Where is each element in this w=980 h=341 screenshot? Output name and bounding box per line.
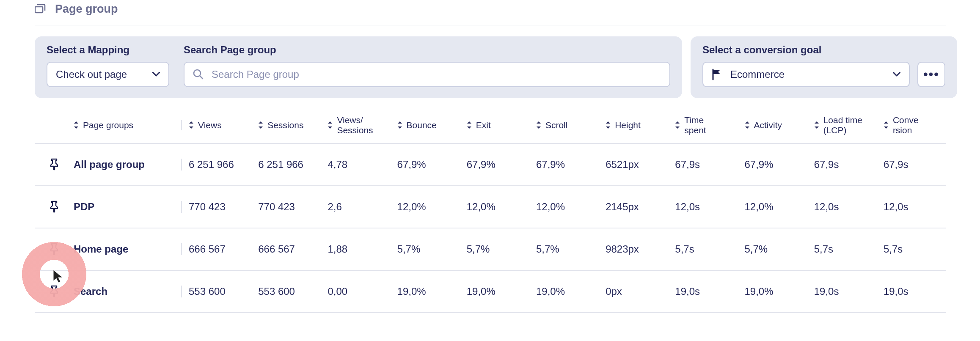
cell-exit: 12,0% [460, 201, 529, 213]
filters: Select a Mapping Check out page Search P… [35, 36, 946, 98]
header-exit[interactable]: Exit [460, 120, 529, 130]
pin-button[interactable] [35, 158, 74, 171]
cell-load_time: 19,0s [807, 286, 877, 297]
cell-height: 0px [599, 286, 668, 297]
cell-views_sess: 0,00 [321, 286, 390, 297]
header-activity[interactable]: Activity [738, 120, 807, 130]
cell-load_time: 12,0s [807, 201, 877, 213]
cell-exit: 67,9% [460, 159, 529, 170]
pin-icon [49, 285, 59, 298]
cell-sessions: 6 251 966 [251, 159, 321, 170]
cell-activity: 5,7% [738, 243, 807, 255]
pin-button[interactable] [35, 201, 74, 213]
cell-conversion: 19,0s [877, 286, 946, 297]
cell-sessions: 666 567 [251, 243, 321, 255]
cell-views_sess: 2,6 [321, 201, 390, 213]
chevron-down-icon [893, 72, 900, 77]
pin-button[interactable] [35, 285, 74, 298]
header-time-spent[interactable]: Time spent [668, 115, 738, 135]
page-title-row: Page group [35, 0, 946, 25]
cell-exit: 19,0% [460, 286, 529, 297]
cell-time_spent: 19,0s [668, 286, 738, 297]
search-input[interactable] [211, 68, 661, 81]
cell-views: 770 423 [182, 201, 251, 213]
sort-icon [397, 121, 402, 129]
cell-bounce: 5,7% [391, 243, 460, 255]
filters-left-panel: Select a Mapping Check out page Search P… [35, 36, 682, 98]
header-conversion[interactable]: Conve rsion [877, 115, 946, 135]
cell-activity: 67,9% [738, 159, 807, 170]
header-views[interactable]: Views [182, 120, 251, 130]
sort-icon [328, 121, 333, 129]
row-name[interactable]: Home page [74, 243, 182, 255]
cell-activity: 19,0% [738, 286, 807, 297]
search-label: Search Page group [184, 44, 670, 56]
cell-time_spent: 5,7s [668, 243, 738, 255]
cell-bounce: 12,0% [391, 201, 460, 213]
cell-height: 6521px [599, 159, 668, 170]
header-load-time[interactable]: Load time (LCP) [807, 115, 877, 135]
mapping-select[interactable]: Check out page [47, 62, 169, 87]
cell-activity: 12,0% [738, 201, 807, 213]
chevron-down-icon [152, 72, 160, 77]
cell-scroll: 19,0% [529, 286, 599, 297]
filters-right-panel: Select a conversion goal Ecommerce ••• [691, 36, 957, 98]
header-views-sessions[interactable]: Views/ Sessions [321, 115, 390, 135]
goal-label: Select a conversion goal [702, 44, 945, 56]
sort-icon [745, 121, 750, 129]
cell-time_spent: 67,9s [668, 159, 738, 170]
cell-load_time: 5,7s [807, 243, 877, 255]
more-button[interactable]: ••• [917, 62, 945, 87]
row-name[interactable]: Search [74, 286, 182, 297]
row-name[interactable]: PDP [74, 201, 182, 213]
sort-icon [675, 121, 680, 129]
cell-bounce: 67,9% [391, 159, 460, 170]
sort-icon [258, 121, 263, 129]
cell-conversion: 67,9s [877, 159, 946, 170]
goal-field: Select a conversion goal Ecommerce ••• [702, 44, 945, 87]
cell-bounce: 19,0% [391, 286, 460, 297]
sort-icon [606, 121, 611, 129]
page-group-icon [35, 4, 47, 14]
header-height[interactable]: Height [599, 120, 668, 130]
cell-scroll: 67,9% [529, 159, 599, 170]
search-input-wrap[interactable] [184, 62, 670, 87]
cell-views: 553 600 [182, 286, 251, 297]
sort-icon [74, 121, 79, 129]
pin-button[interactable] [35, 243, 74, 256]
mapping-field: Select a Mapping Check out page [47, 44, 169, 87]
cell-views_sess: 4,78 [321, 159, 390, 170]
cell-views: 666 567 [182, 243, 251, 255]
sort-icon [467, 121, 472, 129]
sort-icon [189, 121, 194, 129]
cell-load_time: 67,9s [807, 159, 877, 170]
table-row[interactable]: PDP770 423770 4232,612,0%12,0%12,0%2145p… [35, 186, 946, 228]
cell-sessions: 770 423 [251, 201, 321, 213]
row-name[interactable]: All page group [74, 159, 182, 170]
search-icon [193, 69, 204, 80]
cell-exit: 5,7% [460, 243, 529, 255]
cell-height: 2145px [599, 201, 668, 213]
sort-icon [814, 121, 819, 129]
data-table: Page groups Views Sessions Views/ Sessio… [35, 107, 946, 313]
pin-icon [49, 201, 59, 213]
cell-scroll: 5,7% [529, 243, 599, 255]
table-row[interactable]: All page group6 251 9666 251 9664,7867,9… [35, 144, 946, 186]
header-scroll[interactable]: Scroll [529, 120, 599, 130]
header-page-groups[interactable]: Page groups [74, 120, 182, 130]
search-field: Search Page group [184, 44, 670, 87]
mapping-value: Check out page [56, 69, 127, 80]
table-row[interactable]: Home page666 567666 5671,885,7%5,7%5,7%9… [35, 228, 946, 271]
page-title: Page group [55, 3, 118, 16]
sort-icon [884, 121, 889, 129]
cell-conversion: 5,7s [877, 243, 946, 255]
header-bounce[interactable]: Bounce [391, 120, 460, 130]
goal-value: Ecommerce [730, 69, 885, 80]
cell-sessions: 553 600 [251, 286, 321, 297]
pin-icon [49, 158, 59, 171]
goal-select[interactable]: Ecommerce [702, 62, 910, 87]
table-row[interactable]: Search553 600553 6000,0019,0%19,0%19,0%0… [35, 271, 946, 313]
cell-time_spent: 12,0s [668, 201, 738, 213]
sort-icon [536, 121, 541, 129]
header-sessions[interactable]: Sessions [251, 120, 321, 130]
